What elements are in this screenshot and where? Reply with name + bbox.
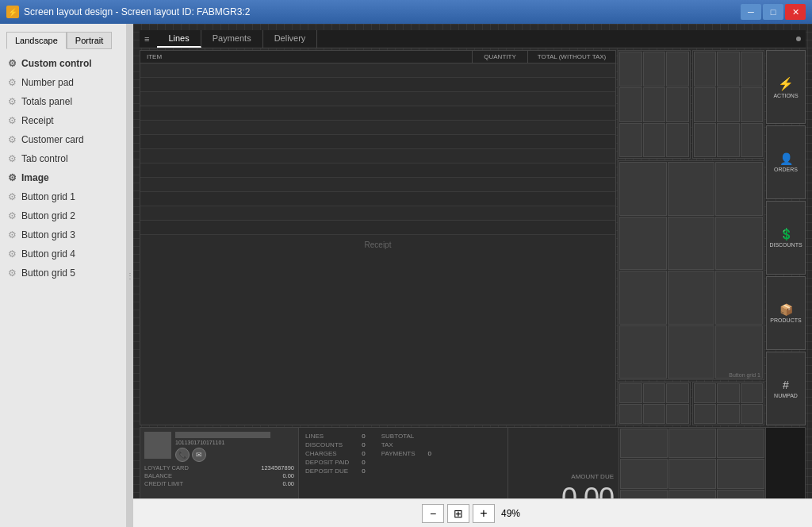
grid-cell[interactable]	[619, 271, 667, 324]
grid-panel-top-left	[618, 50, 691, 159]
action-btn-orders[interactable]: 👤 ORDERS	[766, 125, 806, 199]
close-button[interactable]: ✕	[785, 4, 806, 20]
sidebar-label-button-grid-5: Button grid 5	[21, 267, 75, 279]
sidebar-item-number-pad[interactable]: ⚙ Number pad	[0, 73, 126, 92]
action-btn-numpad[interactable]: # NUMPAD	[766, 352, 806, 425]
grid-cell[interactable]	[668, 325, 715, 379]
grid-panel-bot-left	[618, 382, 691, 425]
grid-cell[interactable]	[715, 162, 763, 215]
grid-cell[interactable]	[668, 271, 715, 324]
grid-cell[interactable]	[717, 404, 740, 424]
tax-label: TAX	[381, 441, 393, 448]
action-btn-products[interactable]: 📦 PRODUCTS	[766, 276, 806, 350]
grid-cell[interactable]	[694, 123, 717, 158]
sidebar-item-button-grid-2[interactable]: ⚙ Button grid 2	[0, 206, 126, 225]
sidebar-item-tab-control[interactable]: ⚙ Tab control	[0, 149, 126, 168]
grid-cell[interactable]	[694, 87, 717, 122]
discounts-value: 0	[362, 441, 365, 448]
grid-cell[interactable]	[717, 52, 740, 87]
design-canvas[interactable]: ≡ Lines Payments Delivery ITEM QUANTITY	[133, 24, 812, 527]
grid-cell[interactable]	[741, 87, 764, 122]
sidebar-item-button-grid-3[interactable]: ⚙ Button grid 3	[0, 225, 126, 244]
zoom-in-button[interactable]: +	[473, 504, 495, 523]
grid-cell[interactable]	[619, 217, 667, 270]
grid-cell[interactable]	[666, 404, 689, 424]
grid-cell[interactable]	[715, 271, 763, 324]
gear-icon-7: ⚙	[8, 172, 17, 183]
lines-label: LINES	[305, 433, 324, 440]
grid-cell[interactable]	[717, 429, 764, 458]
grid-cell[interactable]	[619, 325, 667, 379]
grid-cell[interactable]	[666, 87, 689, 122]
grid-cell[interactable]	[717, 459, 764, 488]
sidebar-label-button-grid-3: Button grid 3	[21, 229, 75, 240]
action-btn-discounts[interactable]: 💲 DISCOUNTS	[766, 201, 806, 275]
grid-cell[interactable]	[619, 52, 642, 87]
tab-landscape[interactable]: Landscape	[6, 32, 67, 49]
receipt-row	[140, 192, 615, 206]
grid-cell[interactable]	[643, 87, 666, 122]
grid-cell[interactable]	[715, 325, 763, 379]
action-buttons-panel: ⚡ ACTIONS 👤 ORDERS 💲 DISCOUNTS 📦 PRODUCT…	[766, 50, 806, 425]
sidebar-item-image[interactable]: ⚙ Image	[0, 168, 126, 187]
email-button[interactable]: ✉	[192, 448, 206, 462]
grid-cell[interactable]	[643, 383, 666, 403]
maximize-button[interactable]: □	[763, 4, 783, 20]
grid-cell[interactable]	[717, 87, 740, 122]
zoom-grid-button[interactable]: ⊞	[447, 504, 469, 523]
minimize-button[interactable]: ─	[741, 4, 761, 20]
receipt-row	[140, 121, 615, 135]
receipt-row	[140, 206, 615, 221]
balance-label: BALANCE	[144, 472, 189, 479]
grid-cell[interactable]	[668, 217, 715, 270]
grid-cell[interactable]	[643, 123, 666, 158]
grid-cell[interactable]	[643, 404, 666, 424]
grid-cell[interactable]	[666, 52, 689, 87]
sidebar-item-customer-card[interactable]: ⚙ Customer card	[0, 130, 126, 149]
grid-cell[interactable]	[694, 383, 717, 403]
grid-cell[interactable]	[741, 383, 764, 403]
tab-portrait[interactable]: Portrait	[67, 32, 112, 49]
grid-cell[interactable]	[666, 123, 689, 158]
sidebar-item-custom-control[interactable]: ⚙ Custom control	[0, 54, 126, 73]
grid-cell[interactable]	[619, 404, 642, 424]
grid-cell[interactable]	[741, 404, 764, 424]
sidebar-resize-handle[interactable]: ⋮	[127, 24, 133, 527]
sidebar-item-button-grid-5[interactable]: ⚙ Button grid 5	[0, 264, 126, 283]
grid-cell[interactable]	[717, 383, 740, 403]
grid-cell[interactable]	[619, 123, 642, 158]
sidebar-label-customer-card: Customer card	[21, 134, 84, 145]
subtotal-label: SUBTOTAL	[381, 433, 415, 440]
grid-cell[interactable]	[619, 383, 642, 403]
pos-tab-delivery[interactable]: Delivery	[263, 30, 318, 48]
sidebar-item-receipt[interactable]: ⚙ Receipt	[0, 111, 126, 130]
grid-cell[interactable]	[668, 429, 716, 458]
action-btn-actions[interactable]: ⚡ ACTIONS	[766, 50, 806, 124]
sidebar-item-totals-panel[interactable]: ⚙ Totals panel	[0, 92, 126, 111]
grid-cell[interactable]	[668, 459, 716, 488]
gear-icon: ⚙	[8, 58, 17, 69]
sidebar-item-button-grid-1[interactable]: ⚙ Button grid 1	[0, 187, 126, 206]
grid-cell[interactable]	[694, 52, 717, 87]
pos-tab-lines[interactable]: Lines	[157, 30, 201, 48]
receipt-row	[140, 149, 615, 163]
grid-cell[interactable]	[694, 404, 717, 424]
zoom-out-button[interactable]: −	[422, 504, 444, 523]
grid-cell[interactable]	[741, 123, 764, 158]
grid-cell[interactable]	[619, 87, 642, 122]
grid-cell[interactable]	[620, 429, 668, 458]
grid-cell[interactable]	[715, 217, 763, 270]
pos-tab-payments[interactable]: Payments	[201, 30, 263, 48]
grid-cell[interactable]	[717, 123, 740, 158]
receipt-panel: ITEM QUANTITY TOTAL (WITHOUT TAX)	[140, 50, 616, 425]
grid-cell[interactable]	[668, 162, 715, 215]
grid-cell[interactable]	[741, 52, 764, 87]
grid-cell[interactable]	[620, 459, 668, 488]
phone-button[interactable]: 📞	[175, 448, 190, 462]
grid-cell[interactable]	[643, 52, 666, 87]
pos-top-section: ITEM QUANTITY TOTAL (WITHOUT TAX)	[140, 50, 806, 425]
receipt-row	[140, 106, 615, 121]
sidebar-item-button-grid-4[interactable]: ⚙ Button grid 4	[0, 244, 126, 264]
grid-cell[interactable]	[666, 383, 689, 403]
grid-cell[interactable]	[619, 162, 667, 215]
